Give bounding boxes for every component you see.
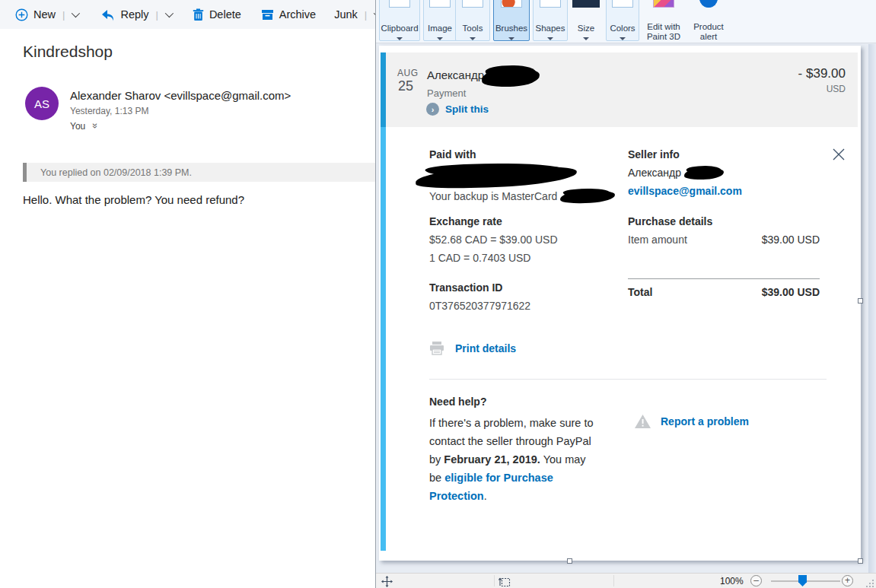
ribbon-group-shapes[interactable]: Shapes: [533, 0, 568, 41]
protection-deadline: February 21, 2019.: [444, 453, 540, 466]
ribbon-group-brushes[interactable]: Brushes: [493, 0, 530, 41]
zoom-in-button[interactable]: +: [842, 575, 853, 586]
seller-info-title: Seller info: [628, 148, 680, 161]
avatar[interactable]: AS: [25, 87, 59, 120]
redaction-card-number: [560, 189, 616, 205]
junk-label: Junk: [334, 8, 358, 21]
zoom-out-button[interactable]: –: [750, 575, 762, 586]
tools-dropdown-arrow-icon: [470, 37, 476, 40]
transaction-month: AUG: [397, 68, 419, 78]
shapes-dropdown-arrow-icon: [547, 37, 553, 40]
purchase-protection-link[interactable]: eligible for Purchase: [444, 472, 553, 484]
report-problem-link[interactable]: Report a problem: [634, 414, 749, 429]
email-date: Yesterday, 1:13 PM: [70, 106, 148, 116]
ribbon-group-clipboard[interactable]: Clipboard: [379, 0, 420, 41]
to-label: You: [70, 121, 85, 132]
archive-box-icon: [261, 9, 274, 21]
window-resize-grip[interactable]: [866, 580, 874, 587]
redaction-payee-surname: [481, 67, 540, 88]
clipboard-dropdown-arrow-icon: [397, 37, 403, 40]
colors-icon: [612, 0, 633, 8]
warning-triangle-icon: [634, 414, 651, 429]
screen: New | Reply | Delete: [0, 0, 876, 588]
ribbon-group-image[interactable]: Image: [423, 0, 457, 41]
paid-with-title: Paid with: [429, 148, 476, 161]
shapes-icon: [540, 0, 561, 8]
print-details-label: Print details: [455, 342, 516, 354]
transaction-payee: Александр: [427, 68, 484, 81]
image-icon: [429, 0, 451, 8]
email-subject: Kindredshop: [23, 43, 113, 61]
zoom-level: 100%: [720, 576, 744, 586]
new-plus-icon: [15, 8, 28, 21]
paint-window: Clipboard Image Tools Brushes Shapes Siz…: [375, 0, 876, 588]
paypal-accent-strip: [381, 52, 386, 127]
archive-button[interactable]: Archive: [261, 8, 316, 21]
product-alert-icon: [699, 0, 718, 8]
total-row: Total $39.00 USD: [628, 286, 820, 298]
redaction-seller-surname: [684, 167, 725, 180]
reply-label: Reply: [120, 8, 148, 21]
reply-dropdown-chevron-icon[interactable]: [165, 9, 174, 17]
need-help-title: Need help?: [429, 396, 486, 408]
replied-banner[interactable]: You replied on 02/09/2018 1:39 PM.: [23, 163, 377, 182]
archive-label: Archive: [279, 8, 316, 21]
split-this-link[interactable]: › Split this: [426, 103, 489, 116]
report-problem-label: Report a problem: [661, 415, 749, 427]
ribbon-group-size[interactable]: Size: [571, 0, 601, 41]
clipboard-icon: [389, 0, 410, 8]
transaction-id-title: Transaction ID: [429, 281, 502, 294]
trash-icon: [193, 8, 204, 21]
paypal-transaction-row: AUG 25 Александр Payment › Split this - …: [386, 52, 858, 127]
ribbon-group-colors[interactable]: Colors: [606, 0, 639, 41]
transaction-currency: USD: [827, 84, 846, 94]
canvas-resize-handle-right[interactable]: [858, 298, 863, 304]
new-button[interactable]: New |: [15, 8, 78, 21]
new-label: New: [33, 8, 56, 21]
seller-email-link[interactable]: evillspace@gmail.com: [628, 185, 742, 197]
redaction-payment-method: [415, 163, 577, 191]
split-chevron-icon: ›: [426, 103, 439, 116]
seller-name: Александр: [628, 167, 724, 180]
transaction-type: Payment: [427, 87, 466, 99]
selection-size-icon: [499, 576, 511, 587]
ribbon-button-edit-paint3d[interactable]: Edit with Paint 3D: [642, 0, 685, 41]
mail-reading-pane: New | Reply | Delete: [0, 0, 375, 588]
need-help-paragraph: If there's a problem, make sure to conta…: [429, 414, 612, 505]
reply-arrow-icon: [100, 8, 115, 21]
new-dropdown-chevron-icon[interactable]: [72, 9, 80, 17]
email-from[interactable]: Alexander Sharov <evillspace@gmail.com>: [70, 89, 291, 102]
colors-dropdown-arrow-icon: [620, 37, 626, 40]
print-details-link[interactable]: Print details: [429, 341, 516, 355]
size-dropdown-arrow-icon: [583, 37, 589, 40]
purchase-protection-link-2[interactable]: Protection: [429, 490, 484, 502]
vertical-scrollbar[interactable]: [868, 44, 876, 573]
email-recipients[interactable]: You «: [70, 120, 97, 132]
exchange-rate-line1: $52.68 CAD = $39.00 USD: [429, 234, 558, 246]
printer-icon: [429, 341, 444, 355]
size-icon: [572, 0, 600, 8]
close-icon[interactable]: [831, 147, 846, 162]
delete-button[interactable]: Delete: [193, 8, 241, 21]
item-amount-value: $39.00 USD: [762, 234, 820, 246]
total-label: Total: [628, 286, 652, 298]
backup-funding-text: Your backup is MasterCard: [429, 190, 615, 203]
item-amount-label: Item amount: [628, 234, 687, 246]
exchange-rate-line2: 1 CAD = 0.7403 USD: [429, 252, 530, 264]
cursor-position-icon: [381, 576, 393, 587]
canvas-resize-handle-corner[interactable]: [858, 558, 863, 564]
paypal-accent-strip-light: [381, 127, 386, 551]
total-divider: [628, 278, 820, 279]
canvas-resize-handle-bottom[interactable]: [567, 558, 572, 564]
delete-label: Delete: [209, 8, 241, 21]
zoom-slider-thumb[interactable]: [798, 575, 807, 586]
split-this-label: Split this: [445, 103, 489, 115]
ribbon-button-product-alert[interactable]: Product alert: [688, 0, 729, 41]
reply-button[interactable]: Reply |: [100, 8, 170, 21]
expand-details-chevron-icon[interactable]: «: [88, 123, 100, 129]
avatar-initials: AS: [34, 97, 49, 110]
junk-button[interactable]: Junk |: [334, 8, 380, 21]
purchase-details-title: Purchase details: [628, 215, 712, 227]
paint-canvas[interactable]: AUG 25 Александр Payment › Split this - …: [379, 46, 861, 561]
ribbon-group-tools[interactable]: Tools: [455, 0, 490, 41]
